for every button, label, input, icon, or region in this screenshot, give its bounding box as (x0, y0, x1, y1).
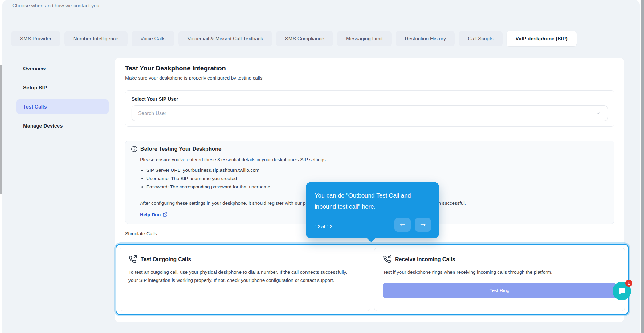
incoming-card-body: Test if your deskphone rings when receiv… (383, 268, 605, 276)
chat-notification-badge: 1 (625, 280, 632, 287)
outgoing-card-body: To test an outgoing call, use your physi… (128, 268, 350, 284)
arrow-left-icon: ← (400, 221, 406, 228)
tour-step-counter: 12 of 12 (315, 224, 332, 230)
sip-sidebar: Overview Setup SIP Test Calls Manage Dev… (16, 61, 109, 138)
info-bullet-username: Username: The SIP username you created (146, 176, 270, 181)
left-scrollbar-thumb[interactable] (0, 65, 2, 194)
outgoing-card-title: Test Outgoing Calls (141, 256, 191, 263)
tab-sms-provider[interactable]: SMS Provider (11, 31, 60, 46)
clipped-page-title: Notification Settings (12, 0, 166, 2)
search-user-input[interactable] (138, 110, 595, 116)
info-bullet-password: Password: The corresponding password for… (146, 184, 270, 190)
page-subtitle: Choose when and how we contact you. (12, 3, 101, 9)
sidebar-item-manage-devices[interactable]: Manage Devices (16, 118, 109, 133)
tour-tooltip: You can do "Outbound Test Call and inbou… (306, 182, 439, 238)
tab-voicemail-missed-call-textback[interactable]: Voicemail & Missed Call Textback (178, 31, 272, 46)
content-title: Test Your Deskphone Integration (125, 64, 226, 72)
chevron-down-icon[interactable] (595, 110, 601, 116)
tab-voice-calls[interactable]: Voice Calls (132, 31, 175, 46)
tour-tooltip-text: You can do "Outbound Test Call and inbou… (315, 190, 433, 212)
sip-user-label: Select Your SIP User (132, 96, 178, 102)
tab-sms-compliance[interactable]: SMS Compliance (276, 31, 333, 46)
tab-call-scripts[interactable]: Call Scripts (459, 31, 502, 46)
sip-user-select-card: Select Your SIP User (125, 90, 614, 127)
receive-incoming-calls-card: Receive Incoming Calls Test if your desk… (374, 248, 625, 311)
simulate-calls-label: Stimulate Calls (125, 231, 157, 236)
sip-user-combobox[interactable] (132, 105, 608, 121)
tab-messaging-limit[interactable]: Messaging Limit (337, 31, 392, 46)
sidebar-item-test-calls[interactable]: Test Calls (16, 99, 109, 114)
info-icon (131, 146, 137, 152)
incoming-card-title: Receive Incoming Calls (395, 256, 455, 263)
external-link-icon (163, 212, 168, 217)
sidebar-item-setup-sip[interactable]: Setup SIP (16, 80, 109, 95)
header-divider (10, 20, 632, 20)
arrow-right-icon: → (420, 221, 426, 228)
content-subtitle: Make sure your deskphone is properly con… (125, 75, 262, 81)
info-bullet-list: SIP Server URL: yourbusiness.sip.ashburn… (146, 167, 270, 192)
info-title: Before Testing Your Deskphone (140, 146, 222, 152)
sidebar-item-overview[interactable]: Overview (16, 61, 109, 76)
test-ring-button[interactable]: Test Ring (383, 283, 616, 298)
chat-bubble-icon (617, 286, 626, 296)
tab-voip-deskphone-sip[interactable]: VoIP deskphone (SIP) (507, 31, 577, 46)
tour-next-button[interactable]: → (415, 218, 431, 232)
tour-prev-button[interactable]: ← (394, 218, 411, 232)
tab-number-intelligence[interactable]: Number Intelligence (64, 31, 128, 46)
test-outgoing-calls-card: Test Outgoing Calls To test an outgoing … (120, 248, 370, 311)
phone-outgoing-icon (128, 255, 137, 263)
tab-restriction-history[interactable]: Restriction History (396, 31, 455, 46)
right-scrollbar-thumb[interactable] (641, 0, 644, 333)
settings-tab-bar: SMS Provider Number Intelligence Voice C… (11, 31, 577, 46)
info-bullet-sip-server: SIP Server URL: yourbusiness.sip.ashburn… (146, 167, 270, 173)
phone-incoming-icon (383, 255, 391, 263)
help-doc-link[interactable]: Help Doc (140, 212, 168, 217)
tour-highlight-container: Test Outgoing Calls To test an outgoing … (116, 244, 629, 315)
info-intro: Please ensure you've entered these 3 ess… (140, 157, 327, 162)
